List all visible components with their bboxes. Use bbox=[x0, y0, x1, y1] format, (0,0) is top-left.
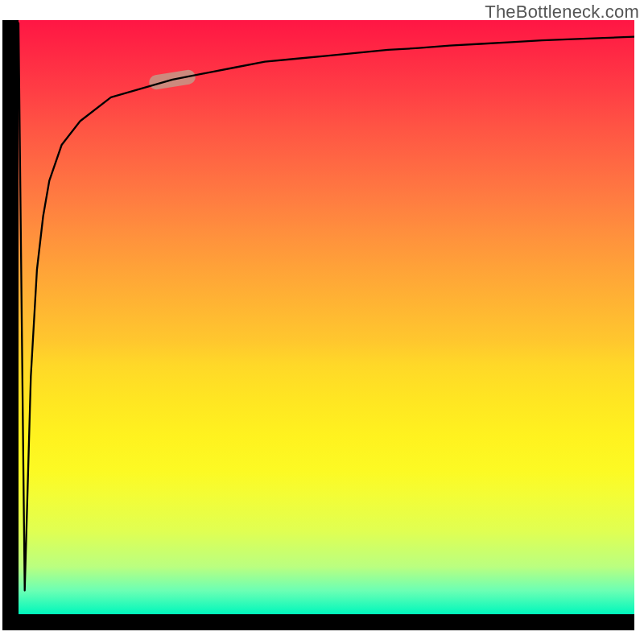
performance-curve bbox=[19, 23, 634, 591]
curve-svg bbox=[19, 20, 634, 614]
chart-container: TheBottleneck.com bbox=[0, 0, 644, 644]
chart-frame bbox=[2, 20, 634, 630]
y-axis-bar bbox=[2, 20, 19, 630]
x-axis-bar bbox=[2, 614, 634, 630]
plot-area bbox=[19, 20, 634, 614]
